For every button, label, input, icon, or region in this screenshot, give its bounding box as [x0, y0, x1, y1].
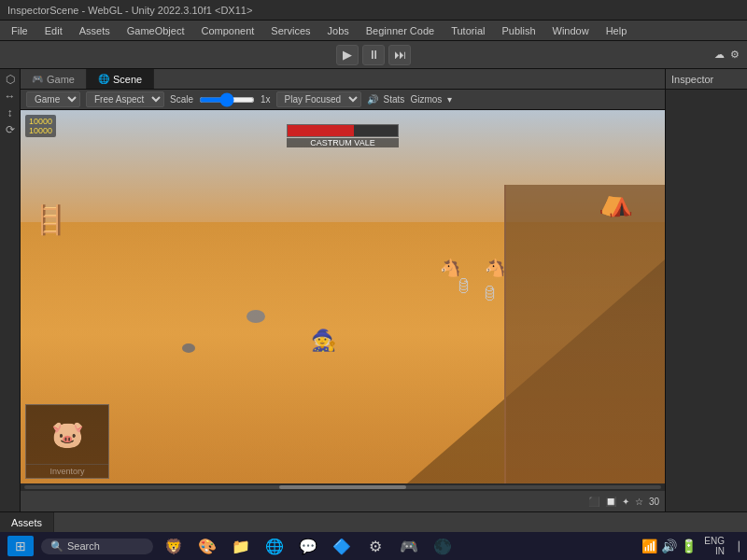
stats-label[interactable]: Stats	[384, 94, 405, 105]
gizmos-label[interactable]: Gizmos	[410, 94, 442, 105]
taskbar-sys-tray: 📶 🔊 🔋	[641, 539, 697, 553]
title-bar: InspectorScene - WebGL - Unity 2022.3.10…	[0, 0, 747, 21]
menu-assets[interactable]: Assets	[72, 23, 118, 38]
gizmos-arrow[interactable]: ▾	[447, 94, 452, 105]
health-bar-container: CASTRUM VALE	[287, 124, 399, 147]
taskbar-browser-icon[interactable]: 🌐	[261, 533, 288, 559]
scrollbar-track[interactable]	[24, 485, 661, 489]
toolbar: ▶ ⏸ ⏭ ☁ ⚙	[0, 41, 747, 69]
inspector-label: Inspector	[671, 74, 713, 85]
toolbar-right: ☁ ⚙	[714, 49, 740, 61]
viewport-scrollbar[interactable]	[21, 483, 665, 491]
menu-edit[interactable]: Edit	[37, 23, 70, 38]
viewport-icons: ⬛ 🔲 ✦ ☆ 30	[21, 491, 665, 511]
clock-time: ENG	[704, 536, 725, 546]
step-button[interactable]: ⏭	[388, 45, 411, 65]
main-layout: ⬡ ↔ ↕ ⟳ 🎮 Game 🌐 Scene Game Free Aspect	[0, 69, 747, 511]
scale-slider[interactable]	[199, 97, 255, 103]
view-select[interactable]: Game	[26, 91, 80, 107]
viewport-icon-3[interactable]: ✦	[622, 497, 629, 507]
left-tool-1[interactable]: ⬡	[6, 73, 15, 86]
menu-file[interactable]: File	[4, 23, 35, 38]
game-toolbar: Game Free Aspect Scale 1x Play Focused 🔊…	[21, 90, 665, 110]
left-tool-3[interactable]: ↕	[7, 106, 13, 119]
menu-bar: File Edit Assets GameObject Component Se…	[0, 21, 747, 41]
health-bar-fill	[288, 125, 354, 136]
battery-icon[interactable]: 🔋	[681, 539, 697, 553]
aspect-select[interactable]: Free Aspect	[86, 91, 164, 107]
viewport-icon-2[interactable]: 🔲	[605, 497, 616, 507]
taskbar-vs-icon[interactable]: 🔷	[329, 533, 355, 559]
menu-component[interactable]: Component	[193, 23, 261, 38]
settings-icon[interactable]: ⚙	[730, 49, 740, 61]
tab-bar: 🎮 Game 🌐 Scene	[21, 69, 665, 90]
taskbar: ⊞ 🔍 Search 🦁 🎨 📁 🌐 💬 🔷 ⚙ 🎮 🌑 📶 🔊 🔋 ENG I…	[0, 532, 747, 560]
bottom-tab-assets[interactable]: Assets	[0, 512, 54, 532]
taskbar-folder-icon[interactable]: 📁	[228, 533, 254, 559]
clock[interactable]: ENG IN	[704, 536, 725, 556]
menu-tutorial[interactable]: Tutorial	[444, 23, 492, 38]
taskbar-chat-icon[interactable]: 💬	[295, 533, 321, 559]
tent-1: ⛺	[599, 185, 633, 217]
inspector-header: Inspector	[666, 69, 747, 90]
ground-texture	[21, 222, 665, 483]
viewport-icon-1[interactable]: ⬛	[588, 497, 599, 507]
search-icon: 🔍	[50, 540, 63, 553]
desert-scene: 🪜 10000 10000 CASTRUM VALE 🧙 🐴 🐴	[21, 110, 665, 483]
coin-display: 10000 10000	[25, 115, 56, 137]
cloud-icon[interactable]: ☁	[714, 49, 725, 61]
show-desktop[interactable]: ▕	[732, 541, 740, 552]
center-area: 🎮 Game 🌐 Scene Game Free Aspect Scale 1x…	[21, 69, 665, 511]
menu-publish[interactable]: Publish	[494, 23, 543, 38]
left-sidebar: ⬡ ↔ ↕ ⟳	[0, 69, 21, 511]
taskbar-search[interactable]: 🔍 Search	[41, 539, 153, 554]
taskbar-search-label: Search	[67, 540, 100, 552]
taskbar-game-icon[interactable]: 🎮	[396, 533, 422, 559]
tab-scene[interactable]: 🌐 Scene	[87, 69, 154, 89]
scale-label: Scale	[170, 94, 193, 105]
game-viewport[interactable]: 🪜 10000 10000 CASTRUM VALE 🧙 🐴 🐴	[21, 110, 665, 483]
title-text: InspectorScene - WebGL - Unity 2022.3.10…	[7, 5, 252, 16]
taskbar-color-icon[interactable]: 🎨	[194, 533, 220, 559]
health-bar-label: CASTRUM VALE	[287, 138, 399, 147]
pause-button[interactable]: ⏸	[362, 45, 385, 65]
right-panel: Inspector	[665, 69, 747, 511]
play-button[interactable]: ▶	[336, 45, 359, 65]
taskbar-right: 📶 🔊 🔋 ENG IN ▕	[641, 536, 740, 556]
menu-window[interactable]: Window	[545, 23, 597, 38]
bottom-tab-bar: Assets	[0, 512, 747, 533]
viewport-icon-4[interactable]: ☆	[635, 497, 643, 507]
mute-icon[interactable]: 🔊	[367, 94, 378, 105]
menu-services[interactable]: Services	[263, 23, 317, 38]
menu-gameobject[interactable]: GameObject	[120, 23, 192, 38]
viewport-gizmos-count: 30	[649, 497, 659, 507]
health-bar-bg	[287, 124, 399, 137]
scrollbar-thumb[interactable]	[279, 485, 406, 489]
start-button[interactable]: ⊞	[7, 536, 34, 556]
clock-date: IN	[704, 546, 725, 556]
menu-jobs[interactable]: Jobs	[320, 23, 357, 38]
tab-game[interactable]: 🎮 Game	[21, 69, 87, 89]
taskbar-unity-icon[interactable]: 🦁	[161, 533, 187, 559]
inspector-content	[666, 90, 747, 511]
sound-icon[interactable]: 🔊	[661, 539, 677, 553]
taskbar-dark-icon[interactable]: 🌑	[430, 533, 456, 559]
scale-value: 1x	[261, 94, 271, 105]
taskbar-settings-icon[interactable]: ⚙	[362, 533, 388, 559]
play-focused-select[interactable]: Play Focused	[276, 91, 361, 107]
menu-help[interactable]: Help	[599, 23, 635, 38]
wifi-icon[interactable]: 📶	[641, 539, 657, 553]
left-tool-4[interactable]: ⟳	[6, 123, 15, 136]
menu-beginnercode[interactable]: Beginner Code	[359, 23, 442, 38]
left-tool-2[interactable]: ↔	[5, 90, 16, 103]
